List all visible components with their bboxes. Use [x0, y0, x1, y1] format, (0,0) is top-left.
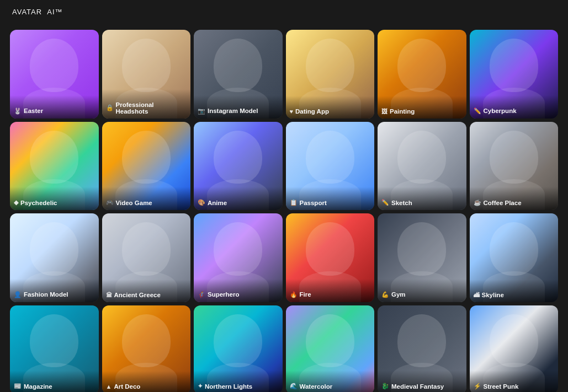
card-icon: 🖼	[381, 108, 387, 115]
card-label: ✏️Cyberpunk	[470, 95, 559, 119]
card-streetpunk[interactable]: ⚡Street Punk	[470, 305, 559, 392]
portrait-face	[306, 131, 354, 184]
card-anime[interactable]: 🎨Anime	[194, 122, 283, 211]
card-ancient[interactable]: 🏛Ancient Greece	[102, 213, 191, 302]
card-icon: 🎮	[106, 199, 114, 206]
card-label: 🎨Anime	[194, 187, 283, 210]
card-icon: 💪	[381, 291, 389, 298]
card-label-text: Medieval Fantasy	[391, 383, 444, 390]
card-label-text: Passport	[300, 200, 327, 206]
card-professional[interactable]: 🔒Professional Headshots	[102, 30, 191, 119]
card-label: 🖼Painting	[378, 96, 466, 119]
avatar-grid: 🐰Easter🔒Professional Headshots📷Instagram…	[0, 28, 568, 392]
portrait-face	[122, 314, 171, 367]
card-label-text: Watercolor	[300, 383, 333, 390]
card-label: 💪Gym	[378, 279, 466, 302]
card-label-text: Painting	[390, 108, 415, 115]
card-icon: 🌊	[290, 383, 298, 390]
portrait-face	[30, 314, 78, 367]
portrait-face	[214, 131, 262, 184]
card-painting[interactable]: 🖼Painting	[378, 30, 466, 119]
card-superhero[interactable]: 🦸Superhero	[194, 213, 283, 302]
portrait-face	[30, 131, 78, 184]
card-artdeco[interactable]: ▲Art Deco	[102, 305, 191, 392]
card-label: ◆Psychedelic	[10, 187, 99, 210]
card-label: 🏙Skyline	[470, 280, 559, 302]
card-skyline[interactable]: 🏙Skyline	[470, 213, 559, 302]
card-passport[interactable]: 📋Passport	[286, 122, 375, 211]
app-logo: AVATAR AI™	[11, 8, 63, 22]
portrait-face	[490, 131, 538, 184]
card-icon: 📰	[14, 383, 22, 390]
card-icon: ✦	[198, 383, 203, 390]
portrait-face	[397, 39, 446, 92]
card-cyberpunk[interactable]: ✏️Cyberpunk	[470, 30, 559, 119]
card-coffee[interactable]: ☕Coffee Place	[470, 122, 559, 211]
portrait-face	[397, 222, 446, 275]
card-label: 🏛Ancient Greece	[102, 280, 191, 302]
card-label-text: Street Punk	[484, 383, 519, 390]
card-icon: 🦸	[198, 291, 205, 298]
card-medieval[interactable]: 🐉Medieval Fantasy	[378, 305, 466, 392]
card-label-text: Easter	[24, 108, 43, 114]
card-icon: ▲	[106, 383, 112, 390]
card-icon: 🔒	[106, 104, 114, 111]
card-fashion[interactable]: 👤Fashion Model	[10, 213, 99, 302]
card-label-text: Ancient Greece	[114, 292, 161, 298]
card-label: 🔒Professional Headshots	[102, 89, 191, 119]
card-icon: ✏️	[474, 108, 481, 115]
card-label-text: Art Deco	[114, 383, 140, 390]
card-dating[interactable]: ♥Dating App	[286, 30, 375, 119]
card-icon: ◆	[14, 199, 18, 206]
card-label: ♥Dating App	[286, 96, 375, 119]
card-icon: ⚡	[474, 383, 481, 390]
portrait-face	[490, 314, 538, 367]
card-instagram[interactable]: 📷Instagram Model	[194, 30, 283, 119]
logo-sup: AI™	[47, 8, 62, 16]
card-label: 🦸Superhero	[194, 279, 283, 302]
card-label-text: Cyberpunk	[484, 108, 517, 114]
card-label: ▲Art Deco	[102, 371, 191, 392]
app-header: AVATAR AI™	[0, 0, 568, 28]
card-northern[interactable]: ✦Northern Lights	[194, 305, 283, 392]
card-label-text: Fashion Model	[24, 291, 68, 298]
card-label-text: Northern Lights	[205, 383, 252, 390]
card-icon: ☕	[474, 199, 481, 206]
card-fire[interactable]: 🔥Fire	[286, 213, 375, 302]
card-label-text: Magazine	[24, 383, 52, 390]
portrait-face	[490, 222, 538, 275]
card-videogame[interactable]: 🎮Video Game	[102, 122, 191, 211]
card-watercolor[interactable]: 🌊Watercolor	[286, 305, 375, 392]
card-icon: 🐉	[381, 383, 389, 390]
card-label: 🔥Fire	[286, 279, 375, 302]
card-label: 👤Fashion Model	[10, 279, 99, 302]
portrait-face	[30, 222, 78, 275]
card-easter[interactable]: 🐰Easter	[10, 30, 99, 119]
portrait-face	[30, 39, 78, 92]
card-label: ⚡Street Punk	[470, 370, 559, 392]
portrait-face	[214, 39, 262, 92]
card-label-text: Psychedelic	[20, 200, 57, 206]
card-label-text: Dating App	[295, 108, 329, 115]
card-sketch[interactable]: ✏️Sketch	[378, 122, 466, 211]
card-label: 🐰Easter	[10, 95, 99, 119]
card-icon: 📋	[290, 199, 298, 206]
card-icon: 🐰	[14, 108, 22, 115]
card-label: 📰Magazine	[10, 370, 99, 392]
card-gym[interactable]: 💪Gym	[378, 213, 466, 302]
portrait-face	[214, 314, 262, 367]
card-icon: ✏️	[381, 199, 389, 206]
card-icon: 👤	[14, 291, 22, 298]
portrait-face	[397, 131, 446, 184]
card-icon: ♥	[290, 108, 294, 115]
portrait-face	[306, 39, 354, 92]
card-psychedelic[interactable]: ◆Psychedelic	[10, 122, 99, 211]
card-magazine[interactable]: 📰Magazine	[10, 305, 99, 392]
card-label-text: Gym	[391, 291, 406, 298]
card-icon: 🔥	[290, 291, 298, 298]
card-label-text: Coffee Place	[484, 200, 522, 206]
card-label: 📷Instagram Model	[194, 95, 283, 119]
card-label-text: Superhero	[208, 291, 240, 298]
portrait-face	[306, 222, 354, 275]
card-label: 📋Passport	[286, 187, 375, 210]
